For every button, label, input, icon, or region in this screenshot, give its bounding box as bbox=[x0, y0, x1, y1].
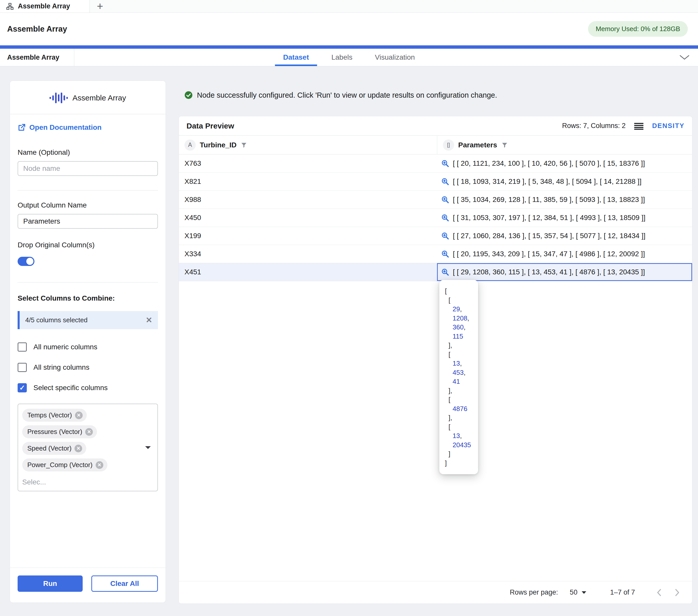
remove-chip-icon[interactable]: ✕ bbox=[85, 428, 93, 436]
checkbox[interactable] bbox=[18, 383, 27, 392]
turbine-id-cell[interactable]: X988 bbox=[179, 191, 437, 209]
column-chip[interactable]: Speed (Vector) ✕ bbox=[22, 442, 86, 455]
output-column-input[interactable] bbox=[18, 214, 158, 229]
run-button[interactable]: Run bbox=[18, 575, 83, 592]
table-row[interactable]: X334 [ [ 20, 1195, 343, 209 ], [ 15, 347… bbox=[179, 245, 692, 263]
config-panel: Assemble Array Open Documentation Name (… bbox=[10, 81, 166, 603]
config-panel-header: Assemble Array bbox=[10, 81, 166, 114]
subheader: Assemble Array Dataset Labels Visualizat… bbox=[0, 49, 698, 66]
column-header-parameters[interactable]: [] Parameters bbox=[437, 135, 692, 154]
popup-json-line: [ bbox=[445, 422, 478, 432]
table-row[interactable]: X199 [ [ 27, 1060, 284, 136 ], [ 15, 357… bbox=[179, 227, 692, 245]
popup-json-line: 115 bbox=[445, 332, 478, 341]
page-title: Assemble Array bbox=[7, 25, 67, 34]
app-header: Assemble Array Memory Used: 0% of 128GB bbox=[0, 13, 698, 45]
column-chip-label: Power_Comp (Vector) bbox=[27, 461, 93, 469]
turbine-id-cell[interactable]: X334 bbox=[179, 245, 437, 263]
zoom-in-icon[interactable] bbox=[441, 232, 449, 240]
config-panel-title: Assemble Array bbox=[72, 94, 126, 102]
status-row: Node successfully configured. Click 'Run… bbox=[184, 91, 497, 99]
density-button[interactable]: DENSITY bbox=[652, 122, 684, 130]
table-row[interactable]: X451 [ [ 29, 1208, 360, 115 ], [ 13, 453… bbox=[179, 263, 692, 281]
popup-json-line: 41 bbox=[445, 377, 478, 386]
output-section: Output Column Name Drop Original Column(… bbox=[10, 190, 166, 283]
checkbox[interactable] bbox=[18, 363, 27, 372]
parameters-cell[interactable]: [ [ 27, 1060, 284, 136 ], [ 15, 357, 54 … bbox=[437, 227, 692, 245]
next-page-icon[interactable] bbox=[675, 588, 680, 597]
filter-icon[interactable] bbox=[240, 142, 247, 148]
rows-per-page-select[interactable]: 50 bbox=[570, 588, 587, 596]
table-row[interactable]: X450 [ [ 31, 1053, 307, 197 ], [ 12, 384… bbox=[179, 209, 692, 227]
column-search-input[interactable] bbox=[22, 478, 55, 486]
selection-banner-text: 4/5 columns selected bbox=[25, 316, 87, 324]
column-option[interactable]: All string columns bbox=[18, 363, 158, 372]
zoom-in-icon[interactable] bbox=[441, 159, 449, 168]
checkbox-label: Select specific columns bbox=[33, 384, 108, 392]
view-tab-label: Labels bbox=[331, 53, 352, 61]
data-preview-title: Data Preview bbox=[186, 121, 234, 130]
parameters-value: [ [ 29, 1208, 360, 115 ], [ 13, 453, 41 … bbox=[453, 268, 645, 276]
open-documentation-link[interactable]: Open Documentation bbox=[18, 124, 158, 132]
chevron-down-icon[interactable] bbox=[679, 54, 690, 60]
zoom-in-icon[interactable] bbox=[441, 177, 449, 186]
zoom-in-icon[interactable] bbox=[441, 214, 449, 222]
clear-all-button[interactable]: Clear All bbox=[91, 575, 158, 592]
zoom-in-icon[interactable] bbox=[441, 268, 449, 276]
new-tab-button[interactable]: + bbox=[90, 0, 110, 13]
table-body: X763 [ [ 20, 1121, 234, 100 ], [ 10, 420… bbox=[179, 155, 692, 281]
node-name-input[interactable] bbox=[18, 161, 158, 176]
turbine-id-cell[interactable]: X451 bbox=[179, 263, 437, 281]
density-icon[interactable] bbox=[634, 122, 643, 130]
memory-usage-badge: Memory Used: 0% of 128GB bbox=[588, 21, 688, 37]
popup-json-line: [ bbox=[445, 296, 478, 305]
column-chip[interactable]: Power_Comp (Vector) ✕ bbox=[22, 458, 108, 471]
table-row[interactable]: X821 [ [ 18, 1093, 314, 219 ], [ 5, 348,… bbox=[179, 173, 692, 191]
zoom-in-icon[interactable] bbox=[441, 196, 449, 204]
popup-json-line: 453, bbox=[445, 368, 478, 377]
column-options: All numeric columns All string columns S… bbox=[18, 342, 158, 392]
data-preview-header: Data Preview Rows: 7, Columns: 2 DENSITY bbox=[179, 116, 692, 135]
parameters-cell[interactable]: [ [ 35, 1034, 269, 128 ], [ 11, 385, 59 … bbox=[437, 191, 692, 209]
view-tab[interactable]: Visualization bbox=[373, 49, 417, 66]
turbine-id-cell[interactable]: X763 bbox=[179, 155, 437, 172]
column-header-turbine-id[interactable]: A Turbine_ID bbox=[179, 140, 437, 151]
parameters-cell[interactable]: [ [ 20, 1195, 343, 209 ], [ 15, 347, 47 … bbox=[437, 245, 692, 263]
turbine-id-cell[interactable]: X821 bbox=[179, 173, 437, 190]
turbine-id-cell[interactable]: X450 bbox=[179, 209, 437, 227]
table-pagination: Rows per page: 50 1–7 of 7 bbox=[179, 581, 692, 603]
node-tab[interactable]: Assemble Array bbox=[0, 49, 74, 66]
cell-value-popup: [ [ 29, 1208, 360, 115 ], [ 13, bbox=[439, 280, 478, 474]
spacer bbox=[10, 491, 166, 568]
table-row[interactable]: X763 [ [ 20, 1121, 234, 100 ], [ 10, 420… bbox=[179, 155, 692, 173]
remove-chip-icon[interactable]: ✕ bbox=[96, 461, 103, 469]
remove-chip-icon[interactable]: ✕ bbox=[74, 445, 82, 452]
popup-json-line: [ bbox=[445, 350, 478, 359]
turbine-id-cell[interactable]: X199 bbox=[179, 227, 437, 245]
table-row[interactable]: X988 [ [ 35, 1034, 269, 128 ], [ 11, 385… bbox=[179, 191, 692, 209]
browser-tab[interactable]: Assemble Array bbox=[0, 0, 90, 13]
previous-page-icon[interactable] bbox=[656, 588, 661, 597]
parameters-cell[interactable]: [ [ 31, 1053, 307, 197 ], [ 12, 384, 51 … bbox=[437, 209, 692, 227]
drop-original-label: Drop Original Column(s) bbox=[18, 241, 158, 249]
column-chip[interactable]: Temps (Vector) ✕ bbox=[22, 409, 87, 422]
select-columns-heading: Select Columns to Combine: bbox=[18, 294, 158, 302]
parameters-cell[interactable]: [ [ 29, 1208, 360, 115 ], [ 13, 453, 41 … bbox=[437, 263, 692, 281]
popup-json-line: [ bbox=[445, 287, 478, 296]
view-tab[interactable]: Dataset bbox=[281, 49, 311, 66]
remove-chip-icon[interactable]: ✕ bbox=[75, 412, 83, 419]
column-option[interactable]: Select specific columns bbox=[18, 383, 158, 392]
view-tab[interactable]: Labels bbox=[329, 49, 354, 66]
parameters-cell[interactable]: [ [ 18, 1093, 314, 219 ], [ 5, 348, 48 ]… bbox=[437, 173, 692, 190]
column-multiselect[interactable]: Temps (Vector) ✕ Pressures (Vector) ✕ Sp… bbox=[18, 404, 158, 491]
filter-icon[interactable] bbox=[501, 142, 508, 148]
parameters-cell[interactable]: [ [ 20, 1121, 234, 100 ], [ 10, 420, 56 … bbox=[437, 155, 692, 172]
zoom-in-icon[interactable] bbox=[441, 250, 449, 258]
close-icon[interactable]: ✕ bbox=[146, 316, 152, 324]
column-option[interactable]: All numeric columns bbox=[18, 342, 158, 352]
accent-bar bbox=[0, 45, 698, 49]
drop-original-toggle[interactable] bbox=[18, 257, 34, 266]
checkbox[interactable] bbox=[18, 342, 27, 352]
dropdown-arrow-icon[interactable] bbox=[145, 445, 151, 449]
column-chip[interactable]: Pressures (Vector) ✕ bbox=[22, 425, 97, 438]
status-message: Node successfully configured. Click 'Run… bbox=[197, 91, 497, 99]
